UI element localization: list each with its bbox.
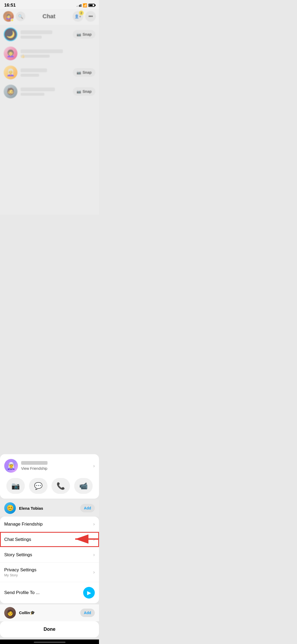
chat-item[interactable]: 🌙 📷 Snap [0,25,99,44]
search-button[interactable]: 🔍 [16,12,25,21]
chat-preview [21,36,42,39]
wifi-icon: 📶 [83,3,87,7]
snap-label: Snap [83,70,92,75]
camera-icon: 📷 [77,89,81,94]
chat-preview [21,74,39,77]
chat-item[interactable]: 🧔 📷 Snap [0,82,99,101]
camera-icon: 📷 [77,32,81,36]
status-icons: 📶 [77,3,95,7]
chat-info: 👍 [21,49,95,58]
time-display: 16:51 [4,3,16,8]
chat-header: 🙍‍♀️ 🔍 Chat 👤+ 2 ••• [0,9,99,25]
chat-name [21,88,55,91]
signal-icon [77,4,81,7]
chat-name [21,68,47,72]
friend-badge: 2 [79,11,84,15]
snap-button[interactable]: 📷 Snap [73,87,95,96]
header-right: 👤+ 2 ••• [73,11,96,22]
snap-button[interactable]: 📷 Snap [73,68,95,77]
snap-label: Snap [83,89,92,94]
chat-avatar: 🧔 [4,85,17,98]
camera-icon: 📷 [77,70,81,75]
chat-info [21,68,70,77]
add-friend-button[interactable]: 👤+ 2 [73,11,83,22]
page-title: Chat [43,13,55,20]
online-indicator [11,19,14,22]
status-bar: 16:51 📶 [0,0,99,9]
chat-info [21,30,70,39]
chat-avatar: 👩‍🦱 [4,47,17,60]
snap-button[interactable]: 📷 Snap [73,30,95,39]
more-options-button[interactable]: ••• [85,11,96,22]
battery-icon [88,4,95,7]
chat-avatar: 👩‍🦳 [4,66,17,79]
chat-info [21,88,70,96]
snap-label: Snap [83,32,92,36]
chat-item[interactable]: 👩‍🦱 👍 [0,44,99,63]
chat-name [21,30,52,34]
user-avatar-container: 🙍‍♀️ [3,11,14,22]
chat-preview [21,93,44,96]
header-left: 🙍‍♀️ 🔍 [3,11,25,22]
chat-name [21,49,63,53]
chat-list: 🌙 📷 Snap 👩‍🦱 👍 👩‍🦳 [0,25,99,101]
chat-avatar: 🌙 [4,27,17,41]
chat-item[interactable]: 👩‍🦳 📷 Snap [0,63,99,82]
